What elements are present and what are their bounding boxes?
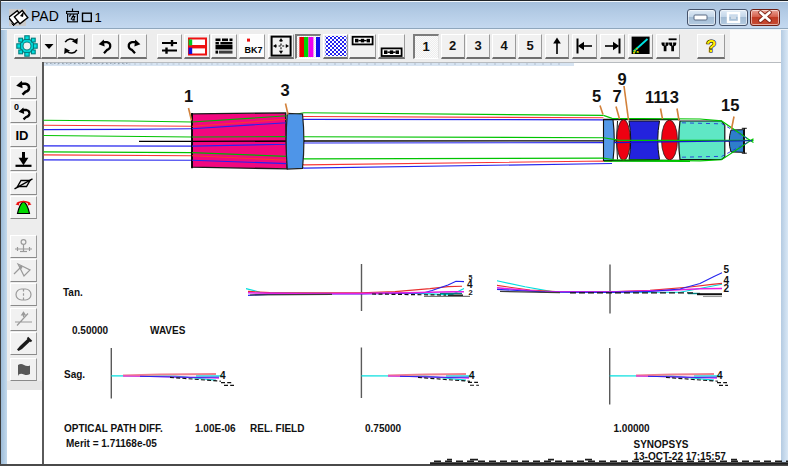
svg-text:Merit = 1.71168e-05: Merit = 1.71168e-05 bbox=[66, 438, 157, 449]
svg-text:0.75000: 0.75000 bbox=[365, 423, 402, 434]
svg-text:REL. FIELD: REL. FIELD bbox=[250, 423, 304, 434]
svg-text:9: 9 bbox=[618, 70, 627, 88]
svg-text:1.00E-06: 1.00E-06 bbox=[195, 423, 236, 434]
svg-text:2: 2 bbox=[469, 288, 473, 297]
svg-text:Sag.: Sag. bbox=[64, 369, 85, 380]
svg-text:13-OCT-22 17:15:57: 13-OCT-22 17:15:57 bbox=[634, 451, 727, 462]
svg-text:13: 13 bbox=[661, 88, 679, 106]
svg-text:OPTICAL PATH DIFF.: OPTICAL PATH DIFF. bbox=[64, 423, 163, 434]
svg-text:4: 4 bbox=[220, 370, 226, 381]
svg-text:WAVES: WAVES bbox=[150, 325, 186, 336]
svg-text:1.00000: 1.00000 bbox=[614, 423, 651, 434]
svg-text:5: 5 bbox=[592, 87, 601, 105]
svg-text:1: 1 bbox=[184, 87, 193, 105]
svg-text:7: 7 bbox=[613, 87, 622, 105]
svg-text:Tan.: Tan. bbox=[63, 287, 83, 298]
svg-text:4: 4 bbox=[717, 370, 723, 381]
svg-text:4: 4 bbox=[469, 370, 475, 381]
svg-text:SYNOPSYS: SYNOPSYS bbox=[634, 439, 689, 450]
svg-text:3: 3 bbox=[281, 81, 290, 99]
svg-text:2: 2 bbox=[724, 283, 730, 294]
svg-text:5: 5 bbox=[724, 264, 730, 275]
svg-text:15: 15 bbox=[721, 96, 739, 114]
svg-text:0.50000: 0.50000 bbox=[72, 325, 109, 336]
